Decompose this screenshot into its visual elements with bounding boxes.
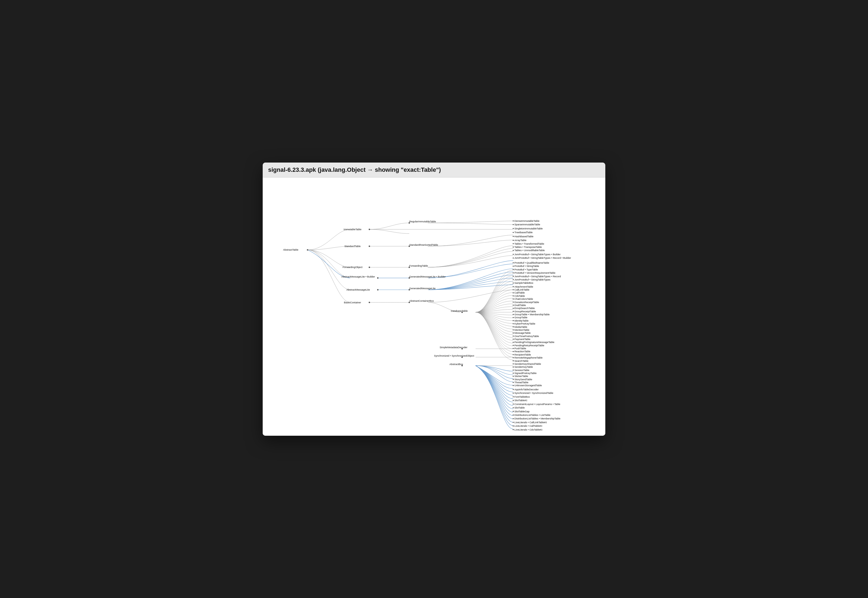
node-CdsTable[interactable]: CdsTable (515, 295, 525, 297)
node-GeneratedMessageLite[interactable]: GeneratedMessageLite (409, 287, 435, 290)
node-ThreadTable[interactable]: ThreadTable (515, 381, 528, 384)
node-SlotTableGap[interactable]: SlotTableGap (515, 410, 530, 413)
svg-point-30 (513, 269, 514, 270)
node-Synchronized-SynchronizedTable[interactable]: Synchronized • SynchronizedTable (515, 392, 554, 395)
node-PushTable[interactable]: PushTable (515, 347, 526, 350)
node-SenderKeyTable[interactable]: SenderKeyTable (515, 366, 533, 368)
svg-point-71 (513, 400, 514, 401)
node-PendingRetryReceiptTable[interactable]: PendingRetryReceiptTable (515, 344, 545, 347)
node-RegularImmutableTable[interactable]: RegularImmutableTable (409, 220, 436, 223)
node-LiveLiterals-CdsTableKt[interactable]: LiveLiterals • CdsTableKt (515, 428, 543, 431)
svg-point-65 (513, 379, 514, 380)
svg-point-38 (513, 295, 514, 296)
node-Tables-TransposeTable[interactable]: Tables • TransposeTable (515, 246, 542, 248)
node-SlotTableKt[interactable]: SlotTableKt (515, 399, 527, 402)
node-JvmProtoBuf-StringTableTypes-Record-Builder[interactable]: JvmProtoBuf • StringTableTypes • Record … (515, 257, 571, 259)
node-ProtoBuf-TypeTable[interactable]: ProtoBuf • TypeTable (515, 268, 538, 271)
node-LiveLiterals-CallLinkTableKt[interactable]: LiveLiterals • CallLinkTableKt (515, 421, 547, 423)
node-KyberPreKeyTable[interactable]: KyberPreKeyTable (515, 322, 536, 325)
node-AbstractContainerBox[interactable]: AbstractContainerBox (409, 299, 434, 302)
node-AbstractBox[interactable]: AbstractBox (449, 363, 463, 365)
node-StorySendTable[interactable]: StorySendTable (515, 378, 533, 381)
node-ReactionTable[interactable]: ReactionTable (515, 350, 531, 353)
node-AbstractMessageLite-Builder[interactable]: AbstractMessageLite • Builder (341, 275, 375, 278)
node-DraftTable[interactable]: DraftTable (515, 303, 526, 306)
node-DistributionListTables-MembershipTable[interactable]: DistributionListTables • MembershipTable (515, 417, 560, 420)
node-StandardTable[interactable]: StandardTable (344, 245, 361, 247)
node-AttachmentTable[interactable]: AttachmentTable (515, 285, 533, 288)
node-SenderKeySharedTable[interactable]: SenderKeySharedTable (515, 362, 541, 365)
node-DistributionListTables-ListTable[interactable]: DistributionListTables • ListTable (515, 413, 551, 416)
node-Tables-UnmodifiableTable[interactable]: Tables • UnmodifiableTable (515, 249, 545, 252)
node-IdentityTable[interactable]: IdentityTable (515, 319, 528, 322)
node-SampleTableBox[interactable]: SampleTableBox (515, 282, 534, 284)
node-GroupTable-MembershipTable[interactable]: GroupTable • MembershipTable (515, 313, 550, 316)
node-OneTimePreKeyTable[interactable]: OneTimePreKeyTable (515, 335, 539, 337)
node-HashBasedTable[interactable]: HashBasedTable (515, 235, 534, 238)
node-FontTableBox[interactable]: FontTableBox (515, 395, 530, 398)
node-ProtoBuf-QualifiedNameTable[interactable]: ProtoBuf • QualifiedNameTable (515, 261, 549, 264)
node-SignedPreKeyTable[interactable]: SignedPreKeyTable (515, 372, 537, 375)
node-CallLinkTable[interactable]: CallLinkTable (515, 289, 530, 291)
node-SessionTable[interactable]: SessionTable (515, 369, 530, 371)
svg-point-19 (513, 228, 514, 229)
graph-content[interactable]: AbstractTable ImmutableTable StandardTab… (263, 178, 605, 436)
svg-point-72 (513, 404, 514, 404)
node-SearchTable[interactable]: SearchTable (515, 359, 528, 362)
node-StickerTable[interactable]: StickerTable (515, 375, 528, 378)
node-DenseImmutableTable[interactable]: DenseImmutableTable (515, 219, 540, 222)
node-RemoteMegaphoneTable[interactable]: RemoteMegaphoneTable (515, 356, 543, 359)
node-ArrayTable[interactable]: ArrayTable (515, 239, 527, 242)
node-ForwardingTable[interactable]: ForwardingTable (409, 265, 428, 267)
node-JvmProtoBuf-StringTableTypes-Builder[interactable]: JvmProtoBuf • StringTableTypes • Builder (515, 253, 561, 256)
node-SimpleMetadataDecoder[interactable]: SimpleMetadataDecoder (440, 346, 467, 348)
node-GroupReceiptTable[interactable]: GroupReceiptTable (515, 310, 536, 312)
node-LiveLiterals-CallTableKt[interactable]: LiveLiterals • CallTableKt (515, 425, 543, 427)
node-AbstractMessageLite[interactable]: AbstractMessageLite (346, 289, 370, 291)
node-GroupTable[interactable]: GroupTable (515, 316, 528, 319)
svg-point-52 (513, 338, 514, 339)
node-DatabaseTable[interactable]: DatabaseTable (451, 309, 468, 312)
svg-point-20 (513, 232, 514, 233)
svg-point-78 (513, 425, 514, 426)
node-StandardRowSortedTable[interactable]: StandardRowSortedTable (409, 243, 438, 246)
svg-point-73 (513, 407, 514, 408)
node-PendingPniSignatureMessageTable[interactable]: PendingPniSignatureMessageTable (515, 341, 554, 344)
svg-point-60 (513, 363, 514, 364)
node-SlotTable[interactable]: SlotTable (515, 407, 525, 409)
node-CallTable[interactable]: CallTable (515, 292, 525, 294)
node-JvmProtoBuf-StringTableTypes-Record[interactable]: JvmProtoBuf • StringTableTypes • Record (515, 275, 561, 278)
node-AppInfoTableDecoder[interactable]: AppInfoTableDecoder (515, 388, 539, 390)
svg-point-45 (513, 317, 514, 318)
node-ConstraintLayout-LayoutParams-Table[interactable]: ConstraintLayout • LayoutParams • Table (515, 402, 560, 405)
node-AbstractTable[interactable]: AbstractTable (283, 248, 298, 251)
node-SingletonImmutableTable[interactable]: SingletonImmutableTable (515, 227, 543, 230)
node-MentionTable[interactable]: MentionTable (515, 328, 530, 331)
node-RecipientTable[interactable]: RecipientTable (515, 353, 531, 356)
node-EmojiSearchTable[interactable]: EmojiSearchTable (515, 307, 535, 309)
node-MediaTable[interactable]: MediaTable (515, 325, 527, 328)
node-DonationReceiptTable[interactable]: DonationReceiptTable (515, 300, 539, 303)
node-TreeBasedTable[interactable]: TreeBasedTable (515, 231, 533, 234)
node-ImmutableTable[interactable]: ImmutableTable (344, 228, 362, 230)
svg-point-40 (513, 302, 514, 302)
node-Synchronized-SynchronizedObject[interactable]: Synchronized • SynchronizedObject (434, 354, 474, 357)
node-ForwardingObject[interactable]: ForwardingObject (343, 266, 363, 269)
node-JvmProtoBuf-StringTableTypes[interactable]: JvmProtoBuf • StringTableTypes (515, 278, 551, 281)
svg-point-3 (369, 266, 370, 268)
node-SparseImmutableTable[interactable]: SparseImmutableTable (515, 223, 540, 226)
svg-point-47 (513, 323, 514, 324)
node-ChatColorsTable[interactable]: ChatColorsTable (515, 298, 533, 300)
node-ProtoBuf-StringTable[interactable]: ProtoBuf • StringTable (515, 265, 539, 268)
node-UnknownStorageIdTable[interactable]: UnknownStorageIdTable (515, 384, 542, 387)
node-BasicContainer[interactable]: BasicContainer (344, 301, 361, 303)
svg-point-67 (513, 385, 514, 386)
svg-point-22 (513, 240, 514, 241)
svg-point-24 (513, 246, 514, 247)
node-ProtoBuf-VersionRequirementTable[interactable]: ProtoBuf • VersionRequirementTable (515, 272, 555, 274)
node-MessageTable[interactable]: MessageTable (515, 332, 531, 334)
node-Tables-TransformedTable[interactable]: Tables • TransformedTable (515, 242, 545, 245)
node-GeneratedMessageLite-Builder[interactable]: GeneratedMessageLite • Builder (409, 275, 446, 278)
node-PaymentTable[interactable]: PaymentTable (515, 338, 531, 340)
title-bar: signal-6.23.3.apk (java.lang.Object → sh… (263, 163, 605, 178)
